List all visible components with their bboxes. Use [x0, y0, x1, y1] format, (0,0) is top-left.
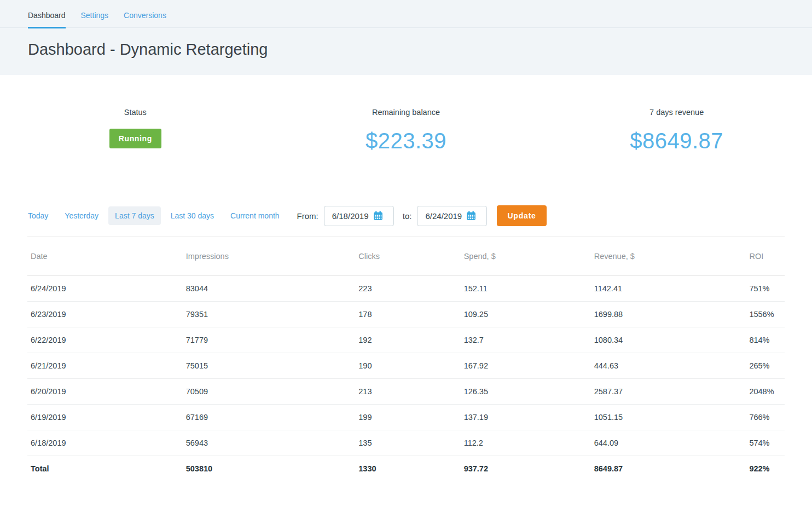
table-row: 6/19/201967169199137.191051.15766% [27, 405, 785, 430]
table-cell: 6/23/2019 [27, 302, 183, 327]
from-date-input[interactable] [324, 206, 373, 226]
from-label: From: [297, 211, 318, 221]
remaining-balance-card: Remaining balance $223.39 [271, 108, 542, 153]
table-header-row: DateImpressionsClicksSpend, $Revenue, $R… [27, 237, 785, 276]
preset-current-month[interactable]: Current month [224, 206, 286, 225]
table-cell: 1051.15 [591, 405, 746, 430]
table-cell: 213 [355, 379, 460, 405]
table-row: 6/22/201971779192132.71080.34814% [27, 327, 785, 353]
from-date-field [324, 206, 394, 226]
page-header: Dashboard Settings Conversions Dashboard… [0, 0, 812, 75]
table-cell: 67169 [183, 405, 356, 430]
page-title: Dashboard - Dynamic Retargeting [0, 28, 812, 75]
table-cell: 199 [355, 405, 460, 430]
remaining-balance-value: $223.39 [271, 129, 542, 153]
table-cell: 75015 [183, 353, 356, 379]
table-cell: 922% [746, 456, 785, 482]
table-cell: 444.63 [591, 353, 746, 379]
table-cell: 178 [355, 302, 460, 327]
column-header: Clicks [355, 237, 460, 276]
tab-dashboard[interactable]: Dashboard [28, 11, 66, 28]
table-cell: 56943 [183, 430, 356, 456]
to-date-input[interactable] [417, 206, 466, 226]
preset-today[interactable]: Today [27, 206, 55, 225]
table-row: 6/18/201956943135112.2644.09574% [27, 430, 785, 456]
status-card: Status Running [0, 108, 271, 153]
preset-last-7-days[interactable]: Last 7 days [108, 206, 161, 225]
stats-table: DateImpressionsClicksSpend, $Revenue, $R… [27, 237, 785, 482]
table-cell: 190 [355, 353, 460, 379]
table-cell: 83044 [183, 276, 356, 302]
table-cell: 6/18/2019 [27, 430, 183, 456]
table-cell: 109.25 [461, 302, 591, 327]
column-header: Impressions [183, 237, 356, 276]
table-cell: 223 [355, 276, 460, 302]
table-cell: 8649.87 [591, 456, 746, 482]
table-cell: 126.35 [461, 379, 591, 405]
table-cell: 1556% [746, 302, 785, 327]
table-cell: 192 [355, 327, 460, 353]
table-cell: 265% [746, 353, 785, 379]
column-header: Spend, $ [461, 237, 591, 276]
table-cell: 152.11 [461, 276, 591, 302]
table-cell: 167.92 [461, 353, 591, 379]
table-cell: 937.72 [461, 456, 591, 482]
table-cell: 503810 [183, 456, 356, 482]
table-cell: 1080.34 [591, 327, 746, 353]
column-header: Revenue, $ [591, 237, 746, 276]
table-row: 6/23/201979351178109.251699.881556% [27, 302, 785, 327]
to-label: to: [403, 211, 412, 221]
table-row: 6/20/201970509213126.352587.372048% [27, 379, 785, 405]
table-cell: 644.09 [591, 430, 746, 456]
tab-settings[interactable]: Settings [81, 11, 109, 27]
calendar-icon[interactable] [466, 210, 477, 221]
table-row: 6/24/201983044223152.111142.41751% [27, 276, 785, 302]
status-label: Status [0, 108, 271, 117]
column-header: ROI [746, 237, 785, 276]
table-cell: 574% [746, 430, 785, 456]
table-cell: 6/20/2019 [27, 379, 183, 405]
filter-bar: Today Yesterday Last 7 days Last 30 days… [0, 205, 812, 226]
table-row: 6/21/201975015190167.92444.63265% [27, 353, 785, 379]
table-cell: 2587.37 [591, 379, 746, 405]
table-cell: 6/21/2019 [27, 353, 183, 379]
table-cell: 766% [746, 405, 785, 430]
table-cell: 71779 [183, 327, 356, 353]
seven-days-revenue-card: 7 days revenue $8649.87 [541, 108, 812, 153]
table-cell: Total [27, 456, 183, 482]
stats-table-wrap: DateImpressionsClicksSpend, $Revenue, $R… [27, 237, 785, 482]
preset-last-30-days[interactable]: Last 30 days [164, 206, 221, 225]
calendar-icon[interactable] [373, 210, 384, 221]
table-cell: 1330 [355, 456, 460, 482]
table-cell: 137.19 [461, 405, 591, 430]
table-total-row: Total5038101330937.728649.87922% [27, 456, 785, 482]
table-cell: 79351 [183, 302, 356, 327]
table-cell: 6/24/2019 [27, 276, 183, 302]
seven-days-revenue-label: 7 days revenue [541, 108, 812, 117]
table-cell: 6/22/2019 [27, 327, 183, 353]
table-cell: 1699.88 [591, 302, 746, 327]
table-cell: 814% [746, 327, 785, 353]
status-badge: Running [109, 129, 161, 148]
seven-days-revenue-value: $8649.87 [541, 129, 812, 153]
table-cell: 1142.41 [591, 276, 746, 302]
table-cell: 135 [355, 430, 460, 456]
remaining-balance-label: Remaining balance [271, 108, 542, 117]
preset-yesterday[interactable]: Yesterday [58, 206, 105, 225]
table-cell: 751% [746, 276, 785, 302]
table-cell: 112.2 [461, 430, 591, 456]
update-button[interactable]: Update [497, 205, 546, 226]
table-cell: 70509 [183, 379, 356, 405]
to-date-field [417, 206, 487, 226]
table-cell: 2048% [746, 379, 785, 405]
table-cell: 132.7 [461, 327, 591, 353]
table-cell: 6/19/2019 [27, 405, 183, 430]
column-header: Date [27, 237, 183, 276]
tab-bar: Dashboard Settings Conversions [0, 0, 812, 28]
tab-conversions[interactable]: Conversions [124, 11, 166, 27]
stats-row: Status Running Remaining balance $223.39… [0, 108, 812, 153]
